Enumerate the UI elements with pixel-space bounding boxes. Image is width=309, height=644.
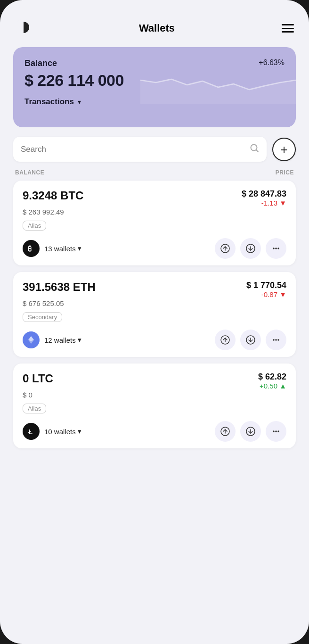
eth-wallet-count[interactable]: 12 wallets ▾	[44, 336, 81, 344]
ltc-wallets-row: Ł 10 wallets ▾	[23, 423, 81, 440]
btc-usd: $ 263 992.49	[23, 208, 286, 216]
ltc-send-button[interactable]	[215, 421, 236, 442]
eth-change: -0.87 ▼	[261, 290, 286, 298]
eth-actions	[215, 330, 286, 350]
svg-line-2	[256, 150, 258, 152]
svg-point-25	[273, 430, 275, 432]
btc-logo: ₿	[23, 240, 40, 257]
coin-card-btc: 9.3248 BTC $ 28 847.83 -1.13 ▼ $ 263 992…	[13, 181, 296, 265]
col-balance: BALANCE	[15, 169, 44, 176]
coin-card-eth: 391.5638 ETH $ 1 770.54 -0.87 ▼ $ 676 52…	[13, 272, 296, 357]
search-box	[13, 137, 267, 162]
svg-point-26	[275, 430, 277, 432]
btc-more-button[interactable]	[266, 238, 286, 259]
eth-tag: Secondary	[23, 312, 62, 322]
btc-wallets-chevron: ▾	[78, 244, 81, 253]
ltc-receive-button[interactable]	[240, 421, 261, 442]
ltc-tag: Alias	[23, 404, 46, 413]
ltc-price: $ 62.82	[258, 372, 286, 382]
ltc-amount: 0 LTC	[23, 372, 53, 385]
ltc-wallets-chevron: ▾	[78, 427, 81, 436]
svg-point-9	[275, 248, 277, 249]
ltc-usd: $ 0	[23, 391, 286, 399]
page-title: Wallets	[139, 22, 175, 34]
btc-receive-button[interactable]	[240, 238, 261, 259]
coin-card-ltc: 0 LTC $ 62.82 +0.50 ▲ $ 0 Alias Ł 10 wal…	[13, 363, 296, 448]
ltc-more-button[interactable]	[266, 421, 286, 442]
eth-more-button[interactable]	[266, 330, 286, 350]
eth-logo	[23, 331, 40, 348]
eth-usd: $ 676 525.05	[23, 299, 286, 307]
ltc-change: +0.50 ▲	[260, 382, 286, 390]
btc-wallets-row: ₿ 13 wallets ▾	[23, 240, 81, 257]
transactions-label: Transactions	[24, 97, 74, 107]
ltc-wallet-count[interactable]: 10 wallets ▾	[44, 427, 81, 436]
column-headers: BALANCE PRICE	[13, 167, 296, 180]
ltc-actions	[215, 421, 286, 442]
btc-send-button[interactable]	[215, 238, 236, 259]
btc-tag: Alias	[23, 221, 46, 231]
search-input[interactable]	[21, 145, 245, 154]
svg-point-18	[275, 339, 277, 341]
eth-send-button[interactable]	[215, 330, 236, 350]
balance-card: Balance +6.63% $ 226 114 000 Transaction…	[13, 47, 296, 127]
svg-point-27	[277, 430, 279, 432]
eth-amount: 391.5638 ETH	[23, 281, 96, 294]
svg-text:₿: ₿	[28, 245, 32, 253]
eth-wallets-chevron: ▾	[78, 336, 81, 344]
balance-chart	[140, 66, 296, 104]
transactions-chevron-icon: ▾	[78, 98, 81, 106]
svg-point-17	[273, 339, 275, 341]
col-price: PRICE	[276, 169, 294, 176]
btc-actions	[215, 238, 286, 259]
eth-price: $ 1 770.54	[246, 281, 286, 290]
logo-icon	[15, 19, 32, 38]
svg-text:Ł: Ł	[28, 428, 33, 436]
menu-button[interactable]	[282, 24, 294, 33]
btc-amount: 9.3248 BTC	[23, 189, 83, 202]
btc-price: $ 28 847.83	[242, 189, 286, 199]
eth-receive-button[interactable]	[240, 330, 261, 350]
btc-wallet-count[interactable]: 13 wallets ▾	[44, 244, 81, 253]
add-wallet-button[interactable]: +	[272, 138, 296, 161]
search-row: +	[13, 137, 296, 162]
search-icon	[250, 143, 259, 155]
svg-point-19	[277, 339, 279, 341]
add-icon: +	[280, 143, 287, 156]
svg-point-10	[277, 248, 279, 249]
btc-change: -1.13 ▼	[261, 199, 286, 207]
svg-point-8	[273, 248, 275, 249]
ltc-logo: Ł	[23, 423, 40, 440]
header: Wallets	[13, 19, 296, 38]
eth-wallets-row: 12 wallets ▾	[23, 331, 81, 348]
phone-frame: Wallets Balance +6.63% $ 226 114 000 Tra…	[0, 0, 309, 644]
balance-label: Balance	[24, 58, 57, 68]
